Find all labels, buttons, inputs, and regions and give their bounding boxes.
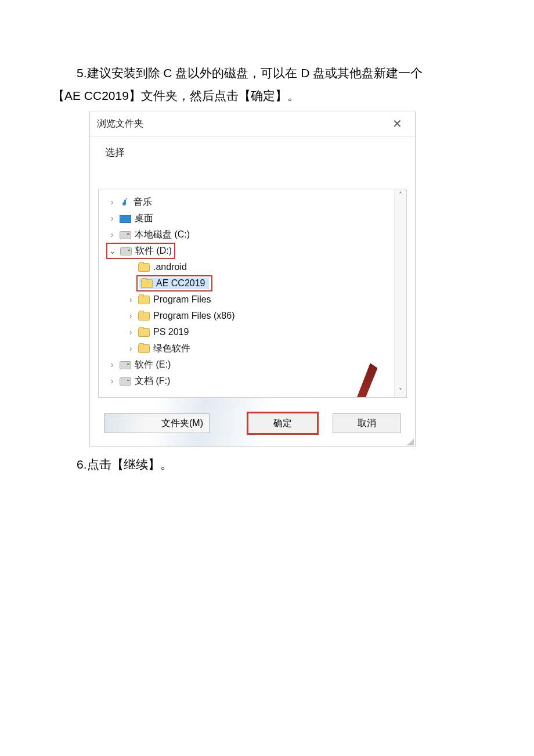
tree-label: Program Files (x86) xyxy=(153,311,234,321)
expand-icon[interactable]: › xyxy=(108,197,116,207)
desktop-icon xyxy=(120,215,131,223)
drive-icon xyxy=(120,247,132,255)
folder-tree[interactable]: › 音乐 › 桌面 › 本地磁盘 (C:) xyxy=(98,189,407,398)
ok-label: 确定 xyxy=(273,417,292,430)
tree-label: 桌面 xyxy=(135,213,153,225)
drive-icon xyxy=(120,377,131,386)
tree-label: 软件 (E:) xyxy=(135,359,171,371)
expand-icon[interactable]: › xyxy=(127,344,135,353)
expand-icon[interactable]: › xyxy=(127,311,135,321)
close-icon[interactable]: ✕ xyxy=(387,117,408,131)
tree-item-program-files-x86[interactable]: › Program Files (x86) xyxy=(103,308,406,324)
browse-folder-dialog: 浏览文件夹 ✕ 选择 › 音乐 › 桌面 xyxy=(89,111,416,447)
expand-icon[interactable]: › xyxy=(108,230,116,239)
scroll-down-icon[interactable]: ˅ xyxy=(395,386,406,397)
dialog-subtitle: 选择 xyxy=(90,136,415,189)
drive-icon xyxy=(120,231,131,239)
expand-icon xyxy=(127,279,135,288)
tree-item-green-software[interactable]: › 绿色软件 xyxy=(103,340,406,357)
highlight-red: ⌄ 软件 (D:) xyxy=(106,243,175,259)
collapse-icon[interactable]: ⌄ xyxy=(109,246,117,255)
music-icon xyxy=(120,197,130,207)
drive-icon xyxy=(120,361,131,369)
folder-icon xyxy=(138,263,150,272)
expand-icon[interactable]: › xyxy=(108,360,116,369)
tree-item-drive-e[interactable]: › 软件 (E:) xyxy=(103,357,406,373)
dialog-titlebar: 浏览文件夹 ✕ xyxy=(90,111,415,136)
folder-icon xyxy=(138,296,150,304)
ok-button[interactable]: 确定 xyxy=(247,412,319,435)
highlight-red: AE CC2019 xyxy=(136,275,212,291)
tree-label: AE CC2019 xyxy=(156,278,205,289)
step5-text-line2: 【AE CC2019】文件夹，然后点击【确定】。 xyxy=(52,87,482,106)
tree-item-drive-f[interactable]: › 文档 (F:) xyxy=(103,373,406,389)
tree-item-music[interactable]: › 音乐 xyxy=(103,194,406,210)
expand-icon[interactable]: › xyxy=(127,295,135,304)
tree-item-ps-2019[interactable]: › PS 2019 xyxy=(103,324,406,340)
tree-label: 本地磁盘 (C:) xyxy=(135,229,190,241)
tree-label: Program Files xyxy=(153,294,211,305)
new-folder-label: 文件夹(M) xyxy=(161,417,203,430)
tree-label: .android xyxy=(153,262,187,272)
tree-item-drive-d[interactable]: ⌄ 软件 (D:) xyxy=(103,243,406,259)
tree-label: 音乐 xyxy=(134,196,152,208)
expand-icon xyxy=(127,262,135,272)
scrollbar[interactable]: ˄ ˅ xyxy=(394,189,406,397)
cancel-button[interactable]: 取消 xyxy=(333,413,401,433)
tree-item-android[interactable]: .android xyxy=(103,259,406,275)
expand-icon[interactable]: › xyxy=(108,214,116,223)
expand-icon[interactable]: › xyxy=(108,376,116,386)
tree-item-desktop[interactable]: › 桌面 xyxy=(103,210,406,226)
tree-item-program-files[interactable]: › Program Files xyxy=(103,291,406,308)
tree-label: 文档 (F:) xyxy=(135,375,170,387)
folder-icon xyxy=(138,312,150,321)
cancel-label: 取消 xyxy=(358,417,376,430)
step6-text: 6.点击【继续】。 xyxy=(52,455,482,474)
scroll-up-icon[interactable]: ˄ xyxy=(395,189,406,201)
dialog-button-row: 文件夹(M) 确定 取消 xyxy=(90,398,415,447)
folder-icon xyxy=(141,279,153,288)
folder-icon xyxy=(138,328,150,337)
expand-icon[interactable]: › xyxy=(127,327,135,337)
resize-grip-icon[interactable] xyxy=(407,438,414,445)
tree-label: 绿色软件 xyxy=(153,343,190,355)
tree-label: PS 2019 xyxy=(153,327,189,337)
folder-icon xyxy=(138,344,150,353)
new-folder-button[interactable]: 文件夹(M) xyxy=(104,413,210,433)
step5-text-line1: 5.建议安装到除 C 盘以外的磁盘，可以在 D 盘或其他盘新建一个 xyxy=(52,64,482,83)
tree-item-drive-c[interactable]: › 本地磁盘 (C:) xyxy=(103,226,406,243)
dialog-title: 浏览文件夹 xyxy=(97,118,143,130)
tree-label: 软件 (D:) xyxy=(135,245,172,257)
tree-item-ae-cc2019[interactable]: AE CC2019 xyxy=(103,275,406,291)
